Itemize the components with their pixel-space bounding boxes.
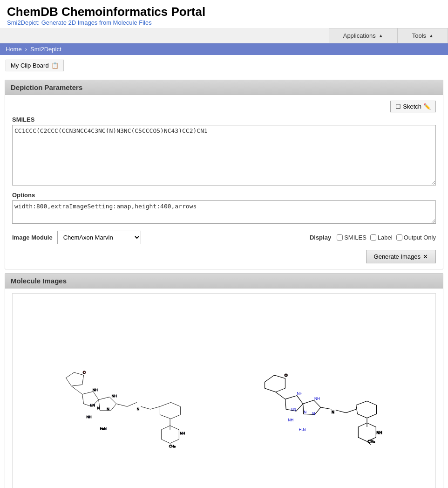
depiction-section: Depiction Parameters ☐ Sketch ✏️ SMILES … [5,80,443,269]
svg-text:NH: NH [297,392,303,396]
depiction-section-body: ☐ Sketch ✏️ SMILES CC1CCC(C2CCC(CCN3NCC4… [5,95,443,269]
molecule-detail-svg: O NH NH HN N N NH H₂N [238,303,428,480]
svg-text:NH: NH [112,394,117,398]
depiction-section-header: Depiction Parameters [5,80,443,95]
svg-text:N: N [107,407,109,411]
svg-text:HN: HN [291,407,296,412]
svg-text:O: O [83,371,86,375]
svg-text:NH: NH [314,397,320,401]
molecule-images-header: Molecule Images [5,274,443,289]
image-module-label: Image Module [12,234,53,241]
smiles-input[interactable]: CC1CCC(C2CCC(CCN3NCC4C3NC(N)N3NC(C5CCCO5… [12,125,436,186]
subtitle-link[interactable]: Smi2Depict: Generate 2D Images from Mole… [7,19,152,26]
options-label: Options [12,192,436,199]
svg-text:N: N [304,410,307,414]
svg-text:N: N [332,410,334,414]
generate-row: Generate Images ✕ [12,250,436,263]
smiles-checkbox[interactable] [337,234,343,241]
tools-arrow-icon: ▲ [429,33,434,38]
generate-button-label: Generate Images [374,253,421,260]
svg-text:CH₃: CH₃ [368,440,375,444]
svg-text:N: N [137,407,139,411]
molecule-image-container: O NH NH NH N N HN H₂N [12,293,436,488]
sketch-button-label: Sketch [403,103,421,110]
applications-arrow-icon: ▲ [379,33,383,38]
svg-text:H₂N: H₂N [100,426,107,431]
smiles-checkbox-label[interactable]: SMILES [337,234,367,241]
image-module-row: Image Module ChemAxon Marvin OpenEye OED… [12,231,141,244]
svg-rect-0 [20,337,238,446]
output-only-checkbox-label[interactable]: Output Only [396,234,436,241]
label-checkbox-text: Label [378,234,393,241]
svg-text:NH: NH [86,415,91,419]
controls-row: Image Module ChemAxon Marvin OpenEye OED… [12,231,436,244]
svg-text:NH: NH [93,388,98,392]
tools-tab-label: Tools [412,32,426,39]
svg-rect-24 [238,340,428,443]
sketch-bar: ☐ Sketch ✏️ [12,101,436,112]
app-title: ChemDB Chemoinformatics Portal [7,5,441,19]
svg-text:NH: NH [377,431,382,435]
svg-text:H₂N: H₂N [299,428,306,432]
depiction-section-title: Depiction Parameters [11,83,82,91]
svg-text:NH: NH [180,431,185,435]
output-only-checkbox[interactable] [396,234,402,241]
header: ChemDB Chemoinformatics Portal Smi2Depic… [0,0,448,28]
breadcrumb-separator: › [25,46,27,53]
tools-tab[interactable]: Tools ▲ [398,28,448,43]
generate-button[interactable]: Generate Images ✕ [366,250,436,263]
svg-text:N: N [97,406,100,410]
applications-tab-label: Applications [343,32,376,39]
label-checkbox[interactable] [370,234,376,241]
app-subtitle: Smi2Depict: Generate 2D Images from Mole… [7,19,441,26]
molecule-svg: O NH NH NH N N HN H₂N [20,301,238,482]
generate-icon: ✕ [423,253,428,260]
clipboard-icon: 📋 [51,62,59,69]
image-module-select[interactable]: ChemAxon Marvin OpenEye OEDepict RDKit [57,231,141,244]
options-input[interactable]: width:800,extraImageSetting:amap,height:… [12,200,436,224]
molecule-images-title: Molecule Images [11,277,67,285]
smiles-label: SMILES [12,116,436,123]
nav-bar: Applications ▲ Tools ▲ [0,28,448,43]
svg-text:N: N [312,412,315,416]
output-only-checkbox-text: Output Only [404,234,436,241]
sketch-icon: ☐ [395,103,401,110]
breadcrumb: Home › Smi2Depict [0,43,448,55]
svg-text:O: O [285,373,288,378]
svg-text:NH: NH [288,418,294,422]
breadcrumb-current: Smi2Depict [30,46,61,53]
molecule-images-section: Molecule Images O NH [5,273,443,488]
sketch-button[interactable]: ☐ Sketch ✏️ [390,101,436,112]
svg-text:CH₃: CH₃ [169,444,176,448]
label-checkbox-label[interactable]: Label [370,234,393,241]
clipboard-button[interactable]: My Clip Board 📋 [6,60,64,71]
breadcrumb-home[interactable]: Home [6,46,22,53]
display-label: Display [310,234,331,241]
smiles-checkbox-text: SMILES [344,234,367,241]
display-options: Display SMILES Label Output Only [310,234,436,241]
clipboard-button-label: My Clip Board [11,62,49,69]
applications-tab[interactable]: Applications ▲ [329,28,398,43]
pencil-icon: ✏️ [423,103,431,110]
svg-text:HN: HN [90,403,95,407]
